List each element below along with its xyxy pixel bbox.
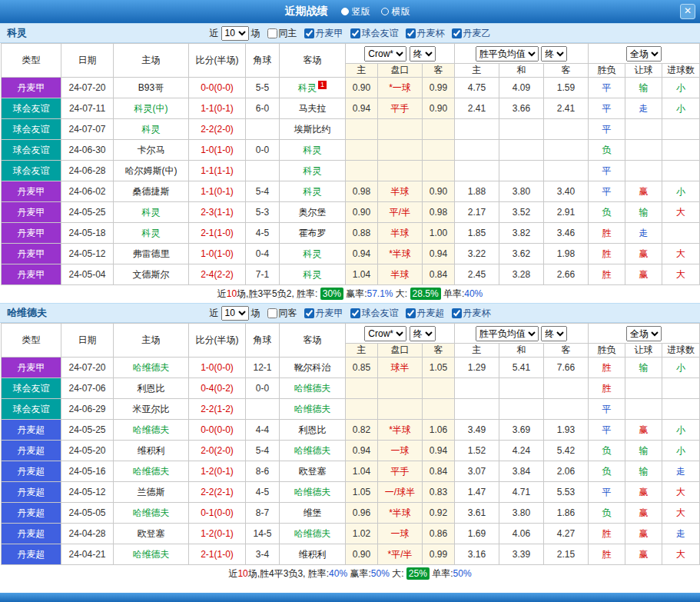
corners-cell: 4-4 (246, 420, 280, 441)
home-odds-cell: 0.85 (346, 358, 378, 378)
handicap-cell (378, 119, 423, 140)
col-corners: 角球 (246, 324, 280, 358)
league-filter-checkbox[interactable]: 丹麦杯 (445, 307, 491, 320)
away-team-cell: 科灵 (280, 244, 346, 264)
home-team-cell: 哈维德夫 (114, 358, 189, 378)
league-badge: 球会友谊 (2, 399, 61, 420)
radio-horizontal-layout[interactable]: 横版 (381, 5, 410, 18)
bookmaker-select[interactable]: Crow* (364, 326, 406, 341)
stage-select-avg[interactable]: 终 (541, 46, 567, 62)
handicap-result-cell: 赢 (625, 503, 662, 524)
recent-results-panel: 近期战绩 竖版 横版 ✕ 科灵 近 10 场 同主 丹麦甲 球会友谊 丹麦杯 丹… (0, 0, 700, 602)
score-cell: 1-1(0-1) (189, 98, 246, 119)
avg-home-cell: 2.41 (455, 98, 499, 119)
score-cell: 0-4(0-2) (189, 378, 246, 399)
recent-count-select[interactable]: 10 (221, 306, 249, 321)
result-cell: 胜 (589, 264, 625, 285)
home-odds-cell (346, 161, 378, 181)
near-label: 近 (210, 307, 219, 320)
page-title: 近期战绩 (285, 5, 328, 18)
avg-home-cell: 2.17 (455, 202, 499, 223)
league-filter-checkbox[interactable]: 丹麦超 (399, 307, 445, 320)
radio-vertical-layout[interactable]: 竖版 (341, 5, 370, 18)
league-filter-checkbox[interactable]: 丹麦甲 (297, 27, 343, 40)
away-odds-cell (423, 399, 455, 420)
league-badge: 丹麦超 (2, 544, 61, 565)
corners-cell: 5-4 (246, 441, 280, 461)
home-team-cell: 利恩比 (114, 378, 189, 399)
score-cell: 2-1(1-0) (189, 544, 246, 565)
same-venue-checkbox[interactable]: 同主 (260, 27, 297, 40)
score-cell: 2-3(1-1) (189, 202, 246, 223)
col-corners: 角球 (246, 44, 280, 78)
avg-type-select[interactable]: 胜平负均值 (476, 326, 539, 341)
scope-select[interactable]: 全场 (626, 46, 662, 62)
home-odds-cell: 1.04 (346, 264, 378, 285)
league-filter-checkbox[interactable]: 丹麦杯 (399, 27, 445, 40)
corners-cell: 3-4 (246, 544, 280, 565)
result-cell: 胜 (589, 358, 625, 378)
summary-part: 10 (227, 288, 237, 299)
league-badge: 丹麦超 (2, 503, 61, 524)
result-cell: 平 (589, 482, 625, 503)
col-avg-draw: 和 (499, 64, 544, 78)
home-odds-cell: 0.88 (346, 223, 378, 244)
col-odds-away: 客 (423, 344, 455, 358)
date-cell: 24-05-20 (61, 441, 114, 461)
handicap-result-cell: 赢 (625, 181, 662, 202)
avg-away-cell: 2.91 (544, 202, 589, 223)
bookmaker-select[interactable]: Crow* (364, 46, 406, 62)
goals-result-cell: 大 (662, 244, 700, 264)
stage-select-odds[interactable]: 终 (410, 46, 436, 62)
league-filter-checkbox[interactable]: 丹麦乙 (445, 27, 491, 40)
match-row: 丹麦甲24-05-12弗雷德里1-0(1-0)0-4科灵0.94*半球0.943… (2, 244, 700, 264)
home-team-cell: B93哥 (114, 78, 189, 98)
handicap-result-cell (625, 399, 662, 420)
match-row: 丹麦超24-05-20维积利2-0(2-0)5-4哈维德夫0.94一球0.941… (2, 441, 700, 461)
avg-away-cell: 1.93 (544, 420, 589, 441)
avg-home-cell (455, 399, 499, 420)
league-filter-checkbox[interactable]: 球会友谊 (343, 307, 399, 320)
home-odds-cell: 1.05 (346, 482, 378, 503)
handicap-result-cell: 赢 (625, 264, 662, 285)
stage-select-avg[interactable]: 终 (541, 326, 567, 341)
league-filter-checkbox[interactable]: 球会友谊 (343, 27, 399, 40)
avg-group-header: 胜平负均值 终 (455, 324, 589, 344)
date-cell: 24-05-25 (61, 420, 114, 441)
recent-count-select[interactable]: 10 (221, 26, 249, 41)
summary-bar: 近10场,胜3平5负2, 胜率: 30% 赢率:57.1% 大: 28.5% 单… (0, 285, 700, 303)
date-cell: 24-05-25 (61, 202, 114, 223)
home-odds-cell: 0.90 (346, 78, 378, 98)
date-cell: 24-06-30 (61, 140, 114, 161)
match-row: 丹麦甲24-07-20哈维德夫1-0(0-0)12-1靴尔科治0.85球半1.0… (2, 358, 700, 378)
handicap-cell (378, 161, 423, 181)
league-badge: 球会友谊 (2, 140, 61, 161)
avg-type-select[interactable]: 胜平负均值 (476, 46, 539, 62)
home-team-cell: 弗雷德里 (114, 244, 189, 264)
handicap-cell: *半球 (378, 420, 423, 441)
result-cell: 平 (589, 161, 625, 181)
avg-home-cell (455, 378, 499, 399)
summary-part: 28.5% (410, 288, 441, 300)
summary-part: 57.1% (367, 288, 393, 299)
stage-select-odds[interactable]: 终 (410, 326, 436, 341)
away-odds-cell: 1.05 (423, 358, 455, 378)
col-wdl: 胜负 (589, 344, 625, 358)
scope-select[interactable]: 全场 (626, 326, 662, 341)
handicap-result-cell (625, 161, 662, 181)
avg-draw-cell: 3.62 (499, 244, 544, 264)
col-date: 日期 (61, 324, 114, 358)
handicap-cell: *半球 (378, 244, 423, 264)
same-venue-checkbox[interactable]: 同客 (260, 307, 297, 320)
col-goals: 进球数 (662, 64, 700, 78)
close-icon[interactable]: ✕ (680, 4, 695, 19)
date-cell: 24-07-06 (61, 378, 114, 399)
league-filter-checkbox[interactable]: 丹麦甲 (297, 307, 343, 320)
handicap-result-cell: 输 (625, 441, 662, 461)
corners-cell (246, 399, 280, 420)
handicap-result-cell (625, 140, 662, 161)
handicap-cell: 一球 (378, 441, 423, 461)
handicap-result-cell (625, 119, 662, 140)
goals-result-cell: 小 (662, 420, 700, 441)
handicap-result-cell: 赢 (625, 420, 662, 441)
